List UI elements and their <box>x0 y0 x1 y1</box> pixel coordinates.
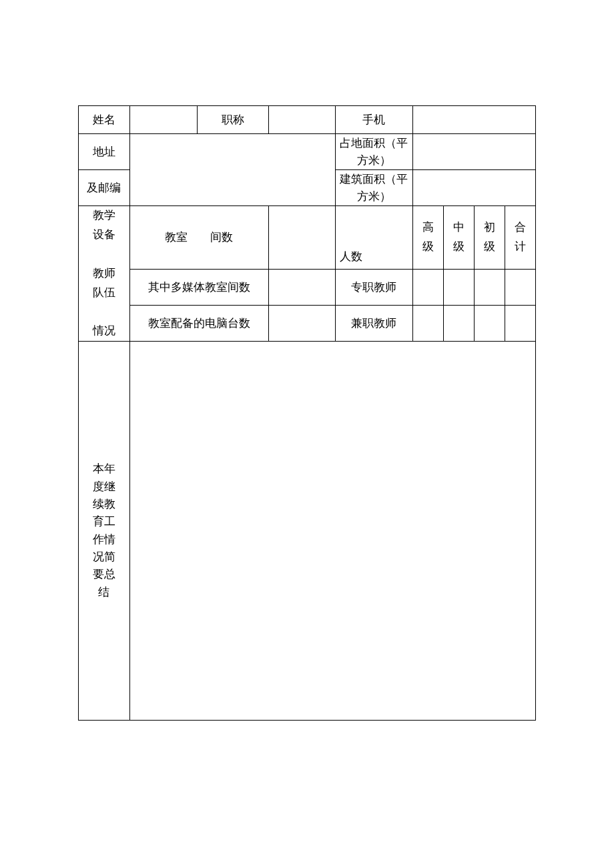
zip-label: 及邮编 <box>79 170 130 206</box>
phone-label: 手机 <box>335 106 412 134</box>
name-label: 姓名 <box>79 106 130 134</box>
col-mid: 中级 <box>443 206 474 270</box>
summary-value[interactable] <box>129 342 535 721</box>
equipment-staff-text: 教学设备 教师队伍 情况 <box>93 209 115 337</box>
form-table: 姓名 职称 手机 地址 占地面积（平方米） 及邮编 建筑面积（平方米） 教学设备… <box>78 105 536 721</box>
col-total: 合计 <box>505 206 535 270</box>
computers-label: 教室配备的电脑台数 <box>129 306 268 342</box>
ft-total[interactable] <box>505 270 535 306</box>
pt-mid[interactable] <box>443 306 474 342</box>
people-count-label: 人数 <box>335 206 412 270</box>
multimedia-label: 其中多媒体教室间数 <box>129 270 268 306</box>
land-area-label: 占地面积（平方米） <box>335 134 412 170</box>
title-value[interactable] <box>268 106 335 134</box>
col-junior: 初级 <box>474 206 505 270</box>
title-label: 职称 <box>198 106 269 134</box>
summary-label: 本年度继续教育工作情况简要总结 <box>79 342 130 721</box>
land-area-value[interactable] <box>412 134 535 170</box>
ft-mid[interactable] <box>443 270 474 306</box>
parttime-label: 兼职教师 <box>335 306 412 342</box>
phone-value[interactable] <box>412 106 535 134</box>
building-area-label: 建筑面积（平方米） <box>335 170 412 206</box>
address-value[interactable] <box>129 134 335 206</box>
computers-value[interactable] <box>268 306 335 342</box>
fulltime-label: 专职教师 <box>335 270 412 306</box>
name-value[interactable] <box>129 106 197 134</box>
ft-junior[interactable] <box>474 270 505 306</box>
pt-total[interactable] <box>505 306 535 342</box>
ft-senior[interactable] <box>412 270 443 306</box>
pt-senior[interactable] <box>412 306 443 342</box>
multimedia-value[interactable] <box>268 270 335 306</box>
pt-junior[interactable] <box>474 306 505 342</box>
address-label: 地址 <box>79 134 130 170</box>
classroom-count-value[interactable] <box>268 206 335 270</box>
classroom-count-label: 教室 间数 <box>129 206 268 270</box>
equipment-staff-label: 教学设备 教师队伍 情况 <box>79 206 130 342</box>
building-area-value[interactable] <box>412 170 535 206</box>
col-senior: 高级 <box>412 206 443 270</box>
